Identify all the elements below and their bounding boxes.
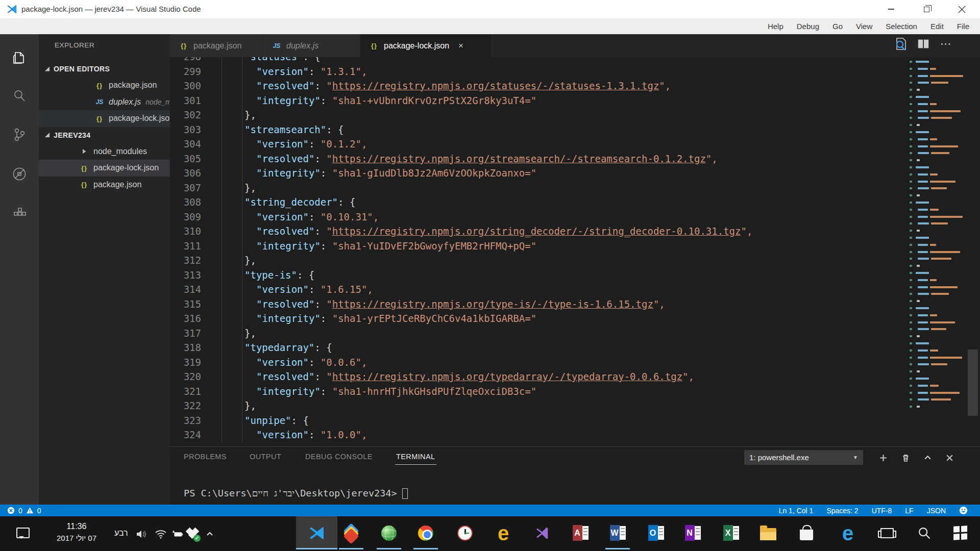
taskbar-app-globe[interactable] [373,516,405,549]
close-panel-button[interactable] [943,451,956,464]
taskbar-app-internet-explorer[interactable]: e [487,516,520,549]
code-line[interactable]: 320"resolved": "https://registry.npmjs.o… [170,369,910,384]
code-line[interactable]: 317}, [170,326,910,341]
code-line[interactable]: 316"integrity": "sha1-yrEPtJCeRByChC6v4a… [170,311,910,326]
extensions-icon[interactable] [0,198,39,228]
menu-item-edit[interactable]: Edit [924,18,950,34]
taskbar-app-task-view[interactable] [871,516,903,549]
taskbar-app-outlook[interactable]: O [640,516,672,549]
taskbar-app-start[interactable] [944,516,976,549]
code-line[interactable]: 300"resolved": "https://registry.npmjs.o… [170,79,910,93]
code-line[interactable]: 307}, [170,181,910,195]
code-line[interactable]: 309"version": "0.10.31", [170,210,910,224]
minimize-button[interactable] [879,0,903,18]
taskbar-app-visual-studio[interactable] [526,516,558,549]
sidebar-item-duplex-js[interactable]: JSduplex.jsnode_mod... [39,94,170,111]
scrollbar-thumb[interactable] [968,349,978,416]
code-line[interactable]: 301"integrity": "sha1-+vUbnrdKrvOzrPStX2… [170,93,910,108]
feedback-smiley-icon[interactable] [959,506,968,515]
code-line[interactable]: 314"version": "1.6.15", [170,282,910,297]
taskbar-app-file-explorer[interactable] [752,516,785,549]
taskbar-clock[interactable]: 11:36 07 יולי 2017 [46,520,107,544]
taskbar-app-chrome[interactable] [409,516,442,549]
code-line[interactable]: 319"version": "0.0.6", [170,355,910,370]
tab-duplex-js[interactable]: JSduplex.js [263,34,360,57]
new-terminal-button[interactable] [876,451,890,464]
battery-icon[interactable] [170,528,184,541]
code-line[interactable]: 305"resolved": "https://registry.npmjs.o… [170,152,910,166]
code-line[interactable]: 322}, [170,398,910,413]
dropbox-icon[interactable]: ✓ [186,528,199,541]
source-control-icon[interactable] [0,120,39,149]
sidebar-item-package-json[interactable]: {}package.json [39,177,170,193]
more-actions-icon[interactable]: ⋯ [938,36,953,52]
menu-item-file[interactable]: File [950,18,976,34]
taskbar-app-vscode[interactable] [296,516,337,549]
wifi-icon[interactable] [154,528,167,541]
split-editor-icon[interactable] [916,36,931,52]
taskbar-app-search[interactable] [908,516,941,549]
npm-registry-link[interactable]: https://registry.npmjs.org/string_decode… [332,226,741,237]
panel-tab-terminal[interactable]: TERMINAL [396,453,435,461]
menu-item-view[interactable]: View [849,18,879,34]
code-line[interactable]: 323"unpipe": { [170,413,910,428]
code-editor[interactable]: 298"statuses": {299"version": "1.3.1",30… [170,57,910,446]
open-preview-icon[interactable] [893,36,909,52]
sidebar-item-package-lock-json[interactable]: {}package-lock.json [39,160,170,177]
taskbar-app-clock-app[interactable] [449,516,481,549]
tray-expand-icon[interactable] [203,528,216,541]
sidebar-item-package-json[interactable]: {}package.json [39,77,170,94]
code-line[interactable]: 313"type-is": { [170,268,910,283]
taskbar-app-edge[interactable]: e [831,516,864,549]
status-item-json[interactable]: JSON [927,507,946,515]
debug-icon[interactable] [0,159,39,189]
menu-item-go[interactable]: Go [826,18,849,34]
section-header-tree[interactable]: JEREV234 [39,127,170,143]
npm-registry-link[interactable]: https://registry.npmjs.org/typedarray/-/… [332,371,682,382]
taskbar-app-store[interactable] [790,516,823,549]
status-item-spaces[interactable]: Spaces: 2 [826,507,858,515]
maximize-panel-button[interactable] [921,451,934,464]
status-item-utf-8[interactable]: UTF-8 [872,507,892,515]
npm-registry-link[interactable]: https://registry.npmjs.org/statuses/-/st… [332,80,659,91]
code-line[interactable]: 302}, [170,108,910,122]
taskbar-app-access[interactable]: A [564,516,597,549]
menu-item-debug[interactable]: Debug [790,18,826,34]
tab-package-json[interactable]: {}package.json [170,34,262,57]
minimap[interactable] [910,57,966,446]
menu-item-selection[interactable]: Selection [879,18,924,34]
code-line[interactable]: 306"integrity": "sha1-gIudDlb8Jz2Am6VzOO… [170,166,910,181]
code-line[interactable]: 299"version": "1.3.1", [170,64,910,79]
volume-icon[interactable] [135,528,148,541]
kill-terminal-button[interactable] [899,451,912,464]
search-icon[interactable] [0,81,39,111]
code-line[interactable]: 315"resolved": "https://registry.npmjs.o… [170,297,910,312]
code-line[interactable]: 308"string_decoder": { [170,195,910,210]
code-line[interactable]: 310"resolved": "https://registry.npmjs.o… [170,224,910,239]
taskbar-app-excel[interactable]: X [715,516,747,549]
terminal-select[interactable]: 1: powershell.exe ▼ [744,450,863,465]
section-header-open[interactable]: OPEN EDITORS [39,61,170,77]
status-item-ln[interactable]: Ln 1, Col 1 [779,507,814,515]
panel-tab-problems[interactable]: PROBLEMS [184,453,227,461]
explorer-icon[interactable] [0,43,39,73]
code-line[interactable]: 324"version": "1.0.0", [170,428,910,442]
editor-scrollbar[interactable] [966,57,980,446]
problems-status[interactable]: 0 0 [0,507,41,515]
taskbar-app-word[interactable]: W [601,516,634,549]
tab-close-icon[interactable]: × [458,41,463,50]
action-center-icon[interactable] [16,528,30,538]
status-item-lf[interactable]: LF [905,507,913,515]
npm-registry-link[interactable]: https://registry.npmjs.org/type-is/-/typ… [332,298,653,310]
code-line[interactable]: 298"statuses": { [170,57,910,64]
code-line[interactable]: 311"integrity": "sha1-YuIDvEF2bGwoyfyEMB… [170,239,910,254]
language-indicator[interactable]: עבר [114,529,128,538]
taskbar-app-bluestacks[interactable] [335,516,368,549]
restore-button[interactable] [915,0,938,18]
code-line[interactable]: 321"integrity": "sha1-hnrHTjhkGHsdPUfZlq… [170,384,910,399]
code-line[interactable]: 312}, [170,253,910,268]
tab-package-lock-json[interactable]: {}package-lock.json× [360,34,491,57]
code-line[interactable]: 304"version": "0.1.2", [170,137,910,152]
menu-item-help[interactable]: Help [761,18,790,34]
code-line[interactable]: 318"typedarray": { [170,340,910,355]
